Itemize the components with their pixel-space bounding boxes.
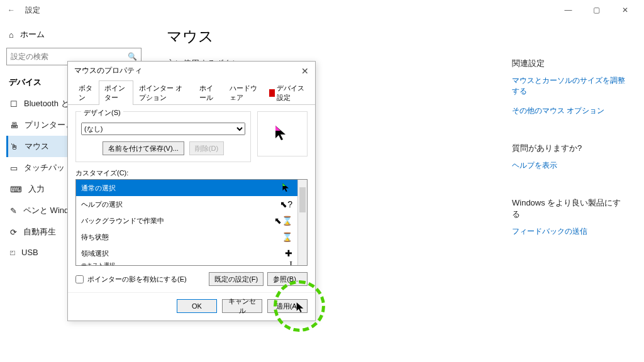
- search-icon: 🔍: [128, 52, 137, 61]
- list-item-label: 領域選択: [81, 249, 109, 258]
- tab-hardware[interactable]: ハードウェア: [224, 80, 264, 105]
- touchpad-icon: ▭: [10, 163, 18, 173]
- cursor-help-icon: ⬉?: [280, 199, 292, 209]
- cursor-arrow-icon: [281, 182, 292, 194]
- autoplay-icon: ⟳: [10, 228, 17, 237]
- list-item[interactable]: 領域選択 ✚: [76, 245, 297, 261]
- titlebar: ← 設定 — ▢ ✕: [0, 0, 644, 20]
- sidebar-item-label: マウス: [25, 141, 49, 152]
- list-item[interactable]: バックグラウンドで作業中 ⬉⌛: [76, 212, 297, 229]
- list-item-label: バックグラウンドで作業中: [81, 216, 164, 226]
- window-title: 設定: [25, 5, 40, 16]
- home-label: ホーム: [20, 29, 45, 40]
- back-icon[interactable]: ←: [5, 6, 18, 14]
- scrollbar-thumb[interactable]: [299, 187, 306, 212]
- list-item[interactable]: 待ち状態 ⌛: [76, 229, 297, 245]
- usb-icon: ⏍: [10, 248, 15, 257]
- give-feedback-link[interactable]: フィードバックの送信: [512, 226, 625, 237]
- right-pane: 関連設定 マウスとカーソルのサイズを調整する その他のマウス オプション 質問が…: [512, 58, 625, 246]
- sidebar-item-label: USB: [21, 248, 38, 257]
- question-title: 質問がありますか?: [512, 143, 625, 154]
- use-default-button[interactable]: 既定の設定(F): [209, 272, 264, 286]
- home-link[interactable]: ⌂ ホーム: [6, 25, 142, 44]
- tab-pointer[interactable]: ポインター: [99, 80, 134, 105]
- sidebar-item-label: 入力: [28, 184, 45, 195]
- cursor-cross-icon: ✚: [285, 248, 292, 258]
- list-item-label: 通常の選択: [81, 184, 116, 193]
- dialog-tabs: ボタン ポインター ポインター オプション ホイール ハードウェア デバイス設定: [68, 80, 315, 105]
- customize-label: カスタマイズ(C):: [75, 168, 308, 178]
- sidebar-item-label: タッチパッド: [24, 162, 73, 173]
- sidebar-item-label: 自動再生: [23, 226, 56, 238]
- related-settings-title: 関連設定: [512, 58, 625, 69]
- list-item[interactable]: 通常の選択: [76, 180, 297, 196]
- bluetooth-icon: ☐: [10, 99, 18, 109]
- close-button[interactable]: ✕: [611, 0, 639, 20]
- tab-wheel[interactable]: ホイール: [194, 80, 224, 105]
- adjust-cursor-size-link[interactable]: マウスとカーソルのサイズを調整する: [512, 75, 625, 97]
- tab-pointer-options[interactable]: ポインター オプション: [133, 80, 194, 105]
- tab-device-settings[interactable]: デバイス設定: [264, 80, 310, 105]
- mouse-icon: 🖱: [10, 142, 18, 151]
- design-select[interactable]: (なし): [81, 123, 245, 135]
- cursor-text-icon: I: [289, 260, 292, 265]
- minimize-button[interactable]: —: [554, 0, 582, 20]
- device-settings-icon: [269, 89, 274, 97]
- pointer-list[interactable]: 通常の選択 ヘルプの選択 ⬉? バックグラウンドで作業中 ⬉⌛ 待ち状態 ⌛ 領…: [75, 179, 308, 266]
- home-icon: ⌂: [9, 30, 14, 40]
- list-item-label: ヘルプの選択: [81, 200, 123, 209]
- pen-icon: ✎: [10, 206, 17, 216]
- svg-marker-4: [297, 302, 304, 312]
- printer-icon: 🖶: [10, 121, 18, 130]
- tab-buttons[interactable]: ボタン: [73, 80, 99, 105]
- cursor-arrow-icon: [295, 302, 308, 314]
- delete-button: 削除(D): [189, 141, 224, 155]
- feedback-title: Windows をより良い製品にする: [512, 197, 625, 220]
- search-placeholder: 設定の検索: [11, 52, 128, 62]
- browse-button[interactable]: 参照(B)...: [267, 272, 308, 286]
- cursor-busy-icon: ⌛: [282, 232, 292, 242]
- design-label: デザイン(S): [81, 108, 123, 118]
- ok-button[interactable]: OK: [177, 299, 217, 313]
- design-group: デザイン(S) (なし) 名前を付けて保存(V)... 削除(D): [75, 111, 251, 162]
- cursor-arrow-icon: [273, 124, 292, 143]
- dialog-title: マウスのプロパティ: [74, 65, 142, 76]
- additional-mouse-options-link[interactable]: その他のマウス オプション: [512, 106, 625, 116]
- dialog-close-button[interactable]: ✕: [301, 66, 309, 76]
- scrollbar[interactable]: [297, 180, 307, 265]
- tab-label: デバイス設定: [277, 84, 304, 102]
- list-item[interactable]: ヘルプの選択 ⬉?: [76, 196, 297, 212]
- cursor-working-icon: ⬉⌛: [274, 216, 292, 226]
- pointer-preview: [257, 111, 308, 156]
- maximize-button[interactable]: ▢: [582, 0, 611, 20]
- cancel-button[interactable]: キャンセル: [222, 299, 262, 313]
- page-title: マウス: [167, 26, 625, 47]
- dialog-titlebar: マウスのプロパティ ✕: [68, 62, 315, 80]
- list-item[interactable]: テキスト選択 I: [76, 261, 297, 265]
- get-help-link[interactable]: ヘルプを表示: [512, 160, 625, 171]
- mouse-properties-dialog: マウスのプロパティ ✕ ボタン ポインター ポインター オプション ホイール ハ…: [67, 61, 316, 321]
- list-item-label: テキスト選択: [81, 261, 115, 266]
- pointer-shadow-checkbox[interactable]: [75, 275, 84, 283]
- list-item-label: 待ち状態: [81, 233, 109, 242]
- save-as-button[interactable]: 名前を付けて保存(V)...: [103, 141, 184, 155]
- keyboard-icon: ⌨: [10, 185, 22, 194]
- pointer-shadow-label: ポインターの影を有効にする(E): [87, 275, 187, 284]
